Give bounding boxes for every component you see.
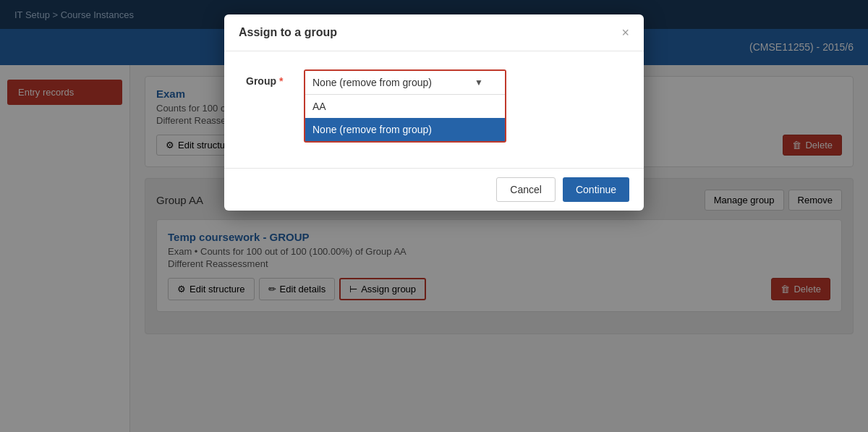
- modal-close-button[interactable]: ×: [621, 26, 629, 39]
- option-aa[interactable]: AA: [305, 95, 505, 118]
- modal-footer: Cancel Continue: [224, 168, 644, 211]
- option-none[interactable]: None (remove from group): [305, 118, 505, 141]
- form-group-group: Group * None (remove from group) ▼ AA No…: [246, 69, 622, 143]
- required-indicator: *: [279, 75, 283, 87]
- cancel-button[interactable]: Cancel: [496, 177, 556, 202]
- modal-title: Assign to a group: [239, 26, 337, 39]
- dropdown-options: AA None (remove from group): [305, 94, 505, 141]
- modal-overlay: Assign to a group × Group * None (remove…: [0, 0, 868, 432]
- modal: Assign to a group × Group * None (remove…: [224, 14, 644, 211]
- select-display[interactable]: None (remove from group) ▼: [305, 71, 505, 94]
- group-label: Group *: [246, 69, 289, 87]
- modal-header: Assign to a group ×: [224, 14, 644, 51]
- continue-button[interactable]: Continue: [563, 177, 629, 202]
- modal-body: Group * None (remove from group) ▼ AA No…: [224, 51, 644, 168]
- dropdown-arrow-icon: ▼: [475, 77, 483, 88]
- group-select-wrapper[interactable]: None (remove from group) ▼ AA None (remo…: [304, 69, 506, 143]
- select-value: None (remove from group): [312, 77, 432, 88]
